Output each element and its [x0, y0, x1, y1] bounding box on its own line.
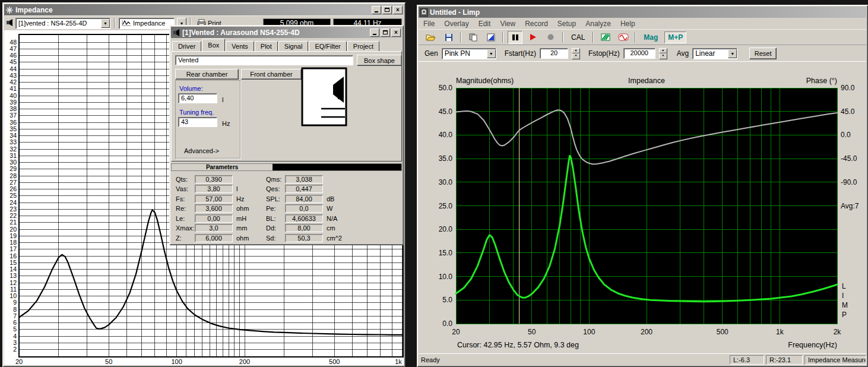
close-button[interactable]: ×	[393, 6, 403, 14]
svg-text:M: M	[842, 301, 848, 309]
fstop-input[interactable]: 20000	[623, 48, 655, 59]
param-value-field[interactable]: 3,80	[195, 185, 233, 193]
fstart-spin-up[interactable]: ▲	[572, 48, 580, 54]
parameters-right-column: Qms:3,038Qes:0,447SPL:84,00dBPe:0,0WBL:4…	[261, 175, 342, 243]
avg-select-arrow[interactable]: ▼	[728, 49, 737, 58]
bw-background-toggle[interactable]	[483, 31, 498, 44]
volume-input[interactable]: 6,40	[178, 93, 217, 103]
param-value-field[interactable]: 0,390	[195, 175, 233, 184]
tuning-freq-input[interactable]: 43	[178, 117, 217, 127]
svg-text:P: P	[842, 311, 847, 319]
rear-chamber-group: Volume: 6,40 l Tuning freq. 43 Hz Advanc…	[175, 80, 240, 159]
generator-select-arrow[interactable]: ▼	[487, 49, 496, 58]
tab-vents[interactable]: Vents	[226, 41, 254, 51]
limp-toolbar: CAL Mag M+P	[419, 29, 866, 45]
box-dialog-titlebar[interactable]: [1]Vented : Aurasound NS4-255-4D ×	[171, 27, 402, 38]
svg-text:Impedance: Impedance	[628, 77, 665, 85]
limp-impedance-chart[interactable]: 0.05.010.015.020.025.030.035.040.045.050…	[419, 62, 866, 354]
front-chamber-button[interactable]: Front chamber	[241, 69, 302, 80]
tab-signal[interactable]: Signal	[278, 41, 309, 51]
reset-button[interactable]: Reset	[749, 48, 777, 59]
fstop-spin-up[interactable]: ▲	[659, 48, 667, 54]
enclosure-type-field[interactable]: Vented	[175, 55, 353, 65]
start-button[interactable]	[525, 31, 540, 44]
param-unit: dB	[327, 195, 334, 203]
minimize-button[interactable]	[372, 6, 381, 14]
dialog-maximize-button[interactable]	[381, 29, 390, 37]
param-value-field[interactable]: 0,0	[285, 204, 323, 213]
param-value-field[interactable]: 6,000	[195, 234, 233, 242]
svg-text:43: 43	[9, 72, 17, 79]
spectrum-icon	[601, 33, 610, 41]
menu-setup[interactable]: Setup	[553, 20, 581, 28]
tab-driver[interactable]: Driver	[172, 41, 201, 51]
mag-button[interactable]: Mag	[640, 31, 661, 43]
param-value-field[interactable]: 3,038	[285, 175, 323, 184]
box-shape-button[interactable]: Box shape	[357, 55, 402, 66]
param-value-field[interactable]: 0,447	[285, 185, 323, 193]
param-row: Vas:3,80l	[171, 185, 261, 194]
svg-text:24: 24	[9, 199, 17, 206]
impedance-titlebar[interactable]: Impedance ×	[4, 4, 404, 15]
svg-text:8: 8	[13, 306, 17, 313]
save-button[interactable]	[441, 31, 456, 44]
tab-eq-filter[interactable]: EQ/Filter	[309, 41, 346, 51]
dialog-minimize-button[interactable]	[370, 29, 379, 37]
tab-plot[interactable]: Plot	[255, 41, 278, 51]
menu-view[interactable]: View	[495, 20, 520, 28]
menu-overlay[interactable]: Overlay	[439, 20, 473, 28]
param-value-field[interactable]: 0,00	[195, 214, 233, 223]
menu-record[interactable]: Record	[520, 20, 553, 28]
menu-edit[interactable]: Edit	[474, 20, 496, 28]
stop-button[interactable]	[508, 31, 522, 44]
tab-box[interactable]: Box	[202, 39, 225, 51]
fstart-input[interactable]: 20	[540, 48, 568, 59]
maximize-button[interactable]	[382, 6, 392, 14]
svg-text:2: 2	[13, 346, 17, 353]
svg-text:20: 20	[9, 226, 17, 233]
copy-button[interactable]	[465, 31, 480, 44]
param-value-field[interactable]: 3,0	[195, 224, 233, 232]
rear-chamber-button[interactable]: Rear chamber	[175, 69, 239, 80]
svg-text:200: 200	[239, 358, 250, 365]
svg-text:37: 37	[9, 112, 17, 119]
param-value-field[interactable]: 4,60633	[285, 214, 323, 223]
param-value-field[interactable]: 57,00	[195, 195, 233, 203]
svg-text:I: I	[842, 292, 844, 300]
sine-mode-button[interactable]	[616, 31, 631, 44]
limp-titlebar[interactable]: Ω Untitled - Limp	[419, 7, 866, 18]
param-value-field[interactable]: 50,3	[285, 234, 323, 242]
fstart-spin-down[interactable]: ▼	[572, 53, 580, 59]
menu-help[interactable]: Help	[616, 20, 640, 28]
avg-select[interactable]: Linear ▼	[692, 48, 737, 59]
param-row: Sd:50,3cm^2	[261, 233, 342, 243]
project-selector[interactable]: [1]vented : NS4-255-4D ▼	[15, 18, 110, 29]
menu-analyze[interactable]: Analyze	[581, 20, 616, 28]
parameters-caption-bar[interactable]: Parameters	[171, 163, 402, 171]
svg-text:5: 5	[13, 325, 17, 333]
param-value-field[interactable]: 3,600	[195, 204, 233, 213]
param-row: Dd:8,00cm	[261, 224, 342, 233]
open-button[interactable]	[423, 31, 438, 44]
graph-type-selector[interactable]: Impedance	[119, 18, 175, 29]
svg-text:31: 31	[9, 152, 17, 159]
svg-text:13: 13	[9, 272, 17, 279]
limp-window-icon: Ω	[420, 8, 428, 17]
record-button[interactable]	[543, 31, 558, 44]
project-selector-arrow[interactable]: ▼	[101, 19, 110, 28]
open-icon	[426, 33, 436, 41]
tab-project[interactable]: Project	[347, 41, 379, 51]
param-value-field[interactable]: 84,00	[285, 195, 323, 203]
advanced-link[interactable]: Advanced->	[184, 147, 219, 154]
param-value-field[interactable]: 8,00	[285, 224, 323, 232]
cal-button[interactable]: CAL	[568, 32, 588, 43]
menu-file[interactable]: File	[419, 20, 439, 28]
generator-select[interactable]: Pink PN ▼	[442, 48, 496, 59]
dialog-close-button[interactable]: ×	[391, 29, 401, 37]
spectrum-mode-button[interactable]	[598, 31, 613, 44]
svg-text:500: 500	[717, 328, 728, 336]
param-row: Pe:0,0W	[261, 204, 342, 214]
svg-text:28: 28	[9, 172, 17, 179]
fstop-spin-down[interactable]: ▼	[659, 53, 667, 59]
mag-phase-button[interactable]: M+P	[664, 31, 686, 43]
